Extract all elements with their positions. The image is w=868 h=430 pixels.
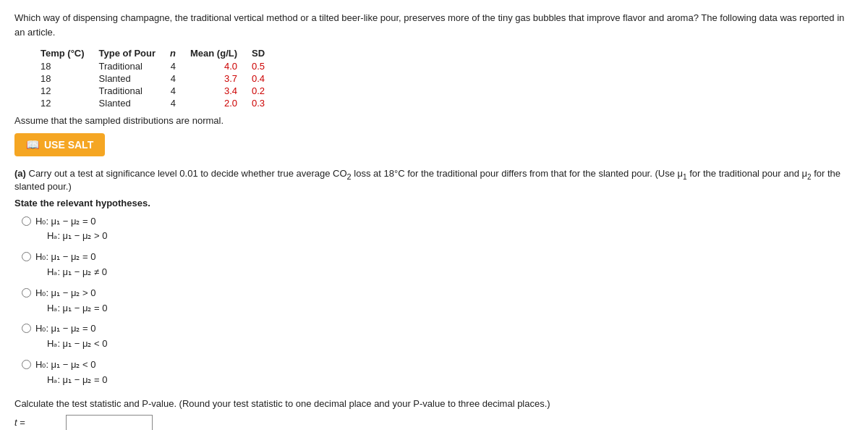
h0-line-1: H₀: μ₁ − μ₂ = 0 (35, 250, 107, 265)
hypothesis-option-0: H₀: μ₁ − μ₂ = 0 Hₐ: μ₁ − μ₂ > 0 (22, 214, 854, 245)
col-header-n: n (166, 46, 186, 60)
hypothesis-option-3: H₀: μ₁ − μ₂ = 0 Hₐ: μ₁ − μ₂ < 0 (22, 321, 854, 352)
cell-n: 4 (166, 72, 186, 85)
ha-line-1: Hₐ: μ₁ − μ₂ ≠ 0 (47, 265, 107, 280)
hyp-lines-1: H₀: μ₁ − μ₂ = 0 Hₐ: μ₁ − μ₂ ≠ 0 (35, 250, 107, 280)
data-table: Temp (°C) Type of Pour n Mean (g/L) SD 1… (36, 46, 275, 109)
hyp-lines-2: H₀: μ₁ − μ₂ > 0 Hₐ: μ₁ − μ₂ = 0 (35, 286, 107, 316)
hypothesis-radio-option-0: H₀: μ₁ − μ₂ = 0 Hₐ: μ₁ − μ₂ > 0 (22, 214, 854, 245)
table-row: 18 Slanted 4 3.7 0.4 (36, 72, 275, 85)
cell-type: Traditional (95, 60, 166, 72)
col-header-sd: SD (247, 46, 275, 60)
hypothesis-radio-3[interactable] (22, 324, 31, 333)
t-label: t = (14, 417, 61, 428)
cell-type: Traditional (95, 85, 166, 97)
hypothesis-radio-4[interactable] (22, 360, 31, 369)
table-row: 18 Traditional 4 4.0 0.5 (36, 60, 275, 72)
hyp-lines-4: H₀: μ₁ − μ₂ < 0 Hₐ: μ₁ − μ₂ = 0 (35, 358, 107, 388)
hypothesis-radio-0[interactable] (22, 216, 31, 226)
cell-mean: 4.0 (186, 60, 247, 72)
intro-text: Which way of dispensing champagne, the t… (14, 11, 854, 39)
hyp-lines-3: H₀: μ₁ − μ₂ = 0 Hₐ: μ₁ − μ₂ < 0 (35, 321, 107, 352)
col-header-temp: Temp (°C) (36, 46, 95, 60)
cell-mean: 3.7 (186, 72, 247, 85)
cell-type: Slanted (95, 72, 166, 85)
part-a-letter: (a) (14, 168, 26, 179)
h0-line-2: H₀: μ₁ − μ₂ > 0 (35, 286, 107, 301)
hypothesis-container: H₀: μ₁ − μ₂ = 0 Hₐ: μ₁ − μ₂ > 0 H₀: μ₁ −… (14, 214, 854, 388)
hypothesis-radio-option-1: H₀: μ₁ − μ₂ = 0 Hₐ: μ₁ − μ₂ ≠ 0 (22, 250, 854, 280)
cell-type: Slanted (95, 97, 166, 109)
h0-line-4: H₀: μ₁ − μ₂ < 0 (35, 358, 107, 373)
ha-line-3: Hₐ: μ₁ − μ₂ < 0 (47, 337, 107, 352)
calculate-text: Calculate the test statistic and P-value… (14, 398, 854, 409)
cell-sd: 0.2 (247, 85, 275, 97)
hypothesis-option-2: H₀: μ₁ − μ₂ > 0 Hₐ: μ₁ − μ₂ = 0 (22, 286, 854, 316)
t-input-row: t = (14, 415, 854, 430)
hypothesis-radio-option-2: H₀: μ₁ − μ₂ > 0 Hₐ: μ₁ − μ₂ = 0 (22, 286, 854, 316)
cell-mean: 2.0 (186, 97, 247, 109)
use-salt-label: USE SALT (44, 139, 93, 151)
t-input[interactable] (66, 415, 153, 430)
cell-temp: 18 (36, 72, 95, 85)
cell-sd: 0.3 (247, 97, 275, 109)
col-header-mean: Mean (g/L) (186, 46, 247, 60)
state-hypotheses-label: State the relevant hypotheses. (14, 198, 854, 208)
cell-n: 4 (166, 60, 186, 72)
table-row: 12 Slanted 4 2.0 0.3 (36, 97, 275, 109)
cell-temp: 18 (36, 60, 95, 72)
hypothesis-option-1: H₀: μ₁ − μ₂ = 0 Hₐ: μ₁ − μ₂ ≠ 0 (22, 250, 854, 280)
ha-line-2: Hₐ: μ₁ − μ₂ = 0 (47, 301, 107, 316)
table-row: 12 Traditional 4 3.4 0.2 (36, 85, 275, 97)
hypothesis-radio-1[interactable] (22, 252, 31, 261)
use-salt-button[interactable]: 📖 USE SALT (14, 133, 105, 156)
ha-line-4: Hₐ: μ₁ − μ₂ = 0 (47, 373, 107, 388)
h0-line-3: H₀: μ₁ − μ₂ = 0 (35, 321, 107, 337)
hypothesis-radio-2[interactable] (22, 288, 31, 298)
cell-sd: 0.5 (247, 60, 275, 72)
hypothesis-option-4: H₀: μ₁ − μ₂ < 0 Hₐ: μ₁ − μ₂ = 0 (22, 358, 854, 388)
hypothesis-radio-option-3: H₀: μ₁ − μ₂ = 0 Hₐ: μ₁ − μ₂ < 0 (22, 321, 854, 352)
salt-icon: 📖 (26, 138, 40, 151)
ha-line-0: Hₐ: μ₁ − μ₂ > 0 (47, 229, 107, 244)
hypothesis-radio-option-4: H₀: μ₁ − μ₂ < 0 Hₐ: μ₁ − μ₂ = 0 (22, 358, 854, 388)
h0-line-0: H₀: μ₁ − μ₂ = 0 (35, 214, 107, 229)
hyp-lines-0: H₀: μ₁ − μ₂ = 0 Hₐ: μ₁ − μ₂ > 0 (35, 214, 107, 245)
assume-text: Assume that the sampled distributions ar… (14, 115, 854, 126)
cell-mean: 3.4 (186, 85, 247, 97)
cell-temp: 12 (36, 85, 95, 97)
cell-n: 4 (166, 85, 186, 97)
cell-temp: 12 (36, 97, 95, 109)
part-a-label: (a) Carry out a test at significance lev… (14, 168, 854, 192)
col-header-type: Type of Pour (95, 46, 166, 60)
cell-n: 4 (166, 97, 186, 109)
cell-sd: 0.4 (247, 72, 275, 85)
calculate-section: Calculate the test statistic and P-value… (14, 398, 854, 430)
